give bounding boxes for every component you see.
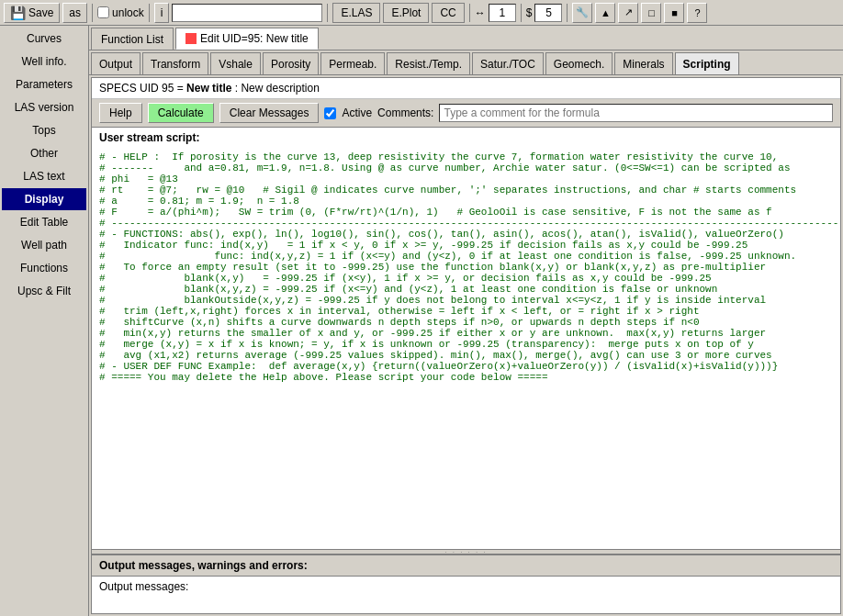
elas-button[interactable]: E.LAS	[332, 3, 380, 23]
tab-scripting[interactable]: Scripting	[675, 52, 739, 74]
output-messages: Output messages:	[99, 580, 188, 593]
clear-messages-label: Clear Messages	[230, 106, 309, 119]
filename-input[interactable]: New_LAS_template	[172, 4, 322, 22]
sidebar-item-well-info[interactable]: Well info.	[2, 50, 86, 73]
as-label: as	[69, 6, 81, 19]
tab-transform-label: Transform	[151, 58, 200, 71]
sidebar-item-display-label: Display	[25, 193, 64, 206]
action-bar: Help Calculate Clear Messages Active Com…	[92, 99, 840, 128]
separator-3	[327, 4, 328, 22]
output-label: Output messages, warnings and errors:	[92, 555, 840, 577]
save-icon: 💾	[10, 6, 26, 20]
tab-minerals[interactable]: Minerals	[614, 52, 672, 74]
tab-porosity[interactable]: Porosity	[263, 52, 319, 74]
separator-4	[469, 4, 470, 22]
content-inner: SPECS UID 95 = New title : New descripti…	[91, 77, 841, 614]
tab-edit-uid[interactable]: Edit UID=95: New title	[175, 28, 319, 50]
sidebar-item-parameters[interactable]: Parameters	[2, 73, 86, 95]
help-button[interactable]: Help	[99, 103, 142, 123]
tab-satur-toc-label: Satur./TOC	[480, 58, 535, 71]
sidebar-item-las-version-label: LAS version	[15, 101, 74, 114]
separator-1	[92, 4, 93, 22]
tab-edit-uid-label: Edit UID=95: New title	[200, 32, 309, 45]
uid-separator: :	[235, 82, 238, 95]
comments-label: Comments:	[377, 106, 433, 119]
help-icon-button[interactable]: ?	[687, 3, 707, 23]
help-label: Help	[109, 106, 132, 119]
calculate-button[interactable]: Calculate	[148, 103, 214, 123]
sidebar-item-curves[interactable]: Curves	[2, 28, 86, 50]
sidebar-item-well-path-label: Well path	[21, 239, 67, 252]
sidebar-item-edit-table[interactable]: Edit Table	[2, 211, 86, 233]
sidebar-item-tops-label: Tops	[32, 124, 55, 137]
output-content: Output messages:	[92, 577, 840, 613]
sidebar-item-edit-table-label: Edit Table	[20, 216, 68, 229]
dollar-icon: $	[526, 6, 533, 19]
uid-title: New title	[186, 82, 231, 95]
comment-input[interactable]	[439, 104, 833, 122]
separator-2	[149, 4, 150, 22]
unlock-checkbox[interactable]	[97, 6, 109, 18]
as-button[interactable]: as	[62, 3, 87, 23]
uid-bar: SPECS UID 95 = New title : New descripti…	[92, 78, 840, 99]
main-layout: Curves Well info. Parameters LAS version…	[0, 26, 843, 616]
calculate-label: Calculate	[158, 106, 204, 119]
sidebar-item-functions[interactable]: Functions	[2, 257, 86, 279]
tab-function-list[interactable]: Function List	[91, 28, 174, 50]
tab-resist-temp[interactable]: Resist./Temp.	[387, 52, 470, 74]
tab-satur-toc[interactable]: Satur./TOC	[472, 52, 544, 74]
tab-transform[interactable]: Transform	[142, 52, 208, 74]
cc-button[interactable]: CC	[432, 3, 464, 23]
arrow-icon: ↔	[475, 6, 486, 19]
tab-output[interactable]: Output	[91, 52, 140, 74]
save-button[interactable]: 💾 Save	[4, 3, 60, 23]
tab-resist-temp-label: Resist./Temp.	[395, 58, 462, 71]
uid-prefix: SPECS UID 95 =	[99, 82, 184, 95]
main-toolbar: 💾 Save as unlock i New_LAS_template E.LA…	[0, 0, 843, 26]
separator-5	[521, 4, 522, 22]
tab-vshale[interactable]: Vshale	[210, 52, 261, 74]
tab-porosity-label: Porosity	[271, 58, 310, 71]
sidebar: Curves Well info. Parameters LAS version…	[0, 26, 89, 616]
tool-2-button[interactable]: ▲	[595, 3, 615, 23]
sidebar-item-upsc-filt[interactable]: Upsc & Filt	[2, 280, 86, 302]
tool-5-button[interactable]: ■	[664, 3, 684, 23]
top-tabs: Output Transform Vshale Porosity Permeab…	[89, 50, 843, 75]
sidebar-item-las-version[interactable]: LAS version	[2, 96, 86, 118]
eplot-button[interactable]: E.Plot	[383, 3, 429, 23]
sidebar-item-tops[interactable]: Tops	[2, 119, 86, 141]
save-label: Save	[28, 6, 53, 19]
content-area: Function List Edit UID=95: New title Out…	[89, 26, 843, 616]
tool-3-button[interactable]: ↗	[618, 3, 638, 23]
separator-6	[567, 4, 568, 22]
unlock-label: unlock	[112, 6, 144, 19]
tool-1-button[interactable]: 🔧	[572, 3, 592, 23]
tool-4-button[interactable]: □	[641, 3, 661, 23]
tab-minerals-label: Minerals	[623, 58, 664, 71]
sidebar-item-curves-label: Curves	[27, 32, 62, 45]
tab-vshale-label: Vshale	[219, 58, 253, 71]
sidebar-item-display[interactable]: Display	[2, 188, 86, 210]
active-checkbox[interactable]	[324, 107, 336, 119]
arrow-count-input[interactable]	[489, 4, 516, 22]
sidebar-item-well-path[interactable]: Well path	[2, 234, 86, 256]
info-button[interactable]: i	[154, 3, 170, 23]
sidebar-item-las-text[interactable]: LAS text	[2, 165, 86, 187]
tab-geomech-label: Geomech.	[554, 58, 604, 71]
tab-permeab[interactable]: Permeab.	[320, 52, 385, 74]
clear-messages-button[interactable]: Clear Messages	[219, 103, 320, 123]
cc-label: CC	[440, 6, 455, 19]
output-area: Output messages, warnings and errors: Ou…	[92, 554, 840, 613]
script-content[interactable]: # - HELP : If porosity is the curve 13, …	[92, 148, 840, 549]
tab-scripting-label: Scripting	[683, 58, 731, 71]
dollar-count-input[interactable]	[534, 4, 562, 22]
tab-geomech[interactable]: Geomech.	[545, 52, 613, 74]
active-label: Active	[342, 106, 372, 119]
script-label: User stream script:	[92, 128, 840, 148]
color-indicator	[185, 33, 197, 44]
sidebar-item-well-info-label: Well info.	[21, 55, 66, 68]
sidebar-item-functions-label: Functions	[20, 262, 68, 274]
sidebar-item-las-text-label: LAS text	[23, 170, 64, 183]
sidebar-item-other[interactable]: Other	[2, 142, 86, 164]
sidebar-item-upsc-filt-label: Upsc & Filt	[17, 285, 71, 297]
